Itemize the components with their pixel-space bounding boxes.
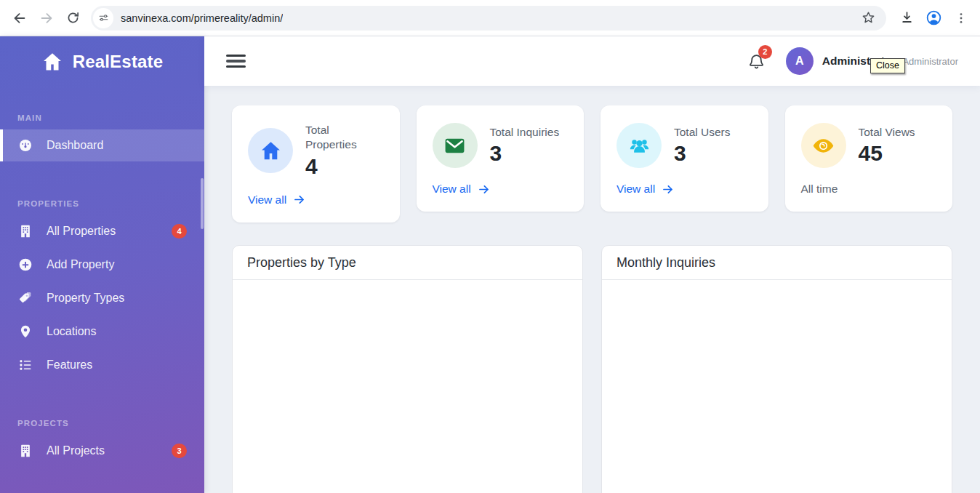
sidebar-item-locations[interactable]: Locations — [0, 316, 204, 348]
arrow-right-icon — [662, 183, 674, 196]
stat-card-total-views: Total Views45All time — [785, 105, 953, 212]
building-icon — [17, 444, 33, 458]
stat-info: Total Properties4 — [305, 123, 379, 179]
stat-card-total-inquiries: Total Inquiries3View all — [417, 105, 585, 212]
url-text[interactable]: sanvinexa.com/primereality/admin/ — [121, 12, 283, 24]
stat-top: Total Views45 — [801, 123, 937, 168]
stat-label: Total Properties — [305, 123, 379, 152]
dashboard-content: Total Properties4View allTotal Inquiries… — [204, 86, 980, 493]
browser-menu-icon[interactable] — [947, 4, 974, 31]
avatar[interactable]: A — [786, 47, 814, 75]
sidebar-scrollbar[interactable] — [201, 178, 204, 229]
count-badge: 4 — [172, 224, 187, 239]
stat-top: Total Properties4 — [248, 123, 384, 179]
stat-value: 3 — [674, 141, 731, 166]
sidebar-item-all-projects[interactable]: All Projects3 — [0, 435, 204, 467]
panel-title: Monthly Inquiries — [602, 246, 952, 280]
brand[interactable]: RealEstate — [0, 36, 204, 87]
properties-by-type-chart-area — [233, 280, 582, 493]
sidebar-menu: MAINDashboardPROPERTIESAll Properties4Ad… — [0, 113, 204, 467]
sidebar-item-label: Locations — [47, 325, 97, 338]
house-icon — [248, 128, 293, 173]
sidebar-section-label: PROPERTIES — [17, 199, 187, 208]
app-frame: RealEstate MAINDashboardPROPERTIESAll Pr… — [0, 36, 980, 493]
download-icon[interactable] — [893, 4, 920, 31]
panel-title: Properties by Type — [233, 246, 582, 280]
stat-top: Total Inquiries3 — [433, 123, 569, 168]
stat-value: 3 — [490, 141, 560, 166]
profile-icon[interactable] — [920, 4, 947, 31]
sidebar-item-add-property[interactable]: Add Property — [0, 249, 204, 281]
panel-monthly-inquiries: Monthly Inquiries — [601, 245, 952, 493]
app-header: 2 A Administrator Administrator — [204, 36, 980, 86]
sidebar-item-features[interactable]: Features — [0, 349, 204, 381]
view-all-label: View all — [433, 183, 471, 196]
main-area: 2 A Administrator Administrator Total Pr… — [204, 36, 980, 493]
brand-name: RealEstate — [73, 52, 164, 72]
monthly-inquiries-chart-area — [602, 280, 952, 493]
envelope-icon — [433, 123, 478, 168]
back-icon[interactable] — [6, 4, 33, 31]
sidebar-item-label: Dashboard — [47, 139, 103, 152]
plus-circle-icon — [17, 257, 33, 272]
sidebar-section-label: PROJECTS — [17, 419, 187, 428]
header-right: 2 A Administrator Administrator — [747, 47, 958, 75]
sidebar-item-label: Features — [47, 358, 92, 372]
sidebar-section-label: MAIN — [17, 113, 187, 122]
panels-row: Properties by Type Monthly Inquiries — [232, 245, 952, 493]
sidebar-section-projects: PROJECTSAll Projects3 — [0, 419, 204, 467]
count-badge: 3 — [172, 444, 187, 458]
stat-card-total-properties: Total Properties4View all — [232, 105, 400, 223]
brand-home-icon — [41, 51, 63, 73]
stat-label: Total Users — [674, 125, 731, 140]
stat-value: 4 — [305, 154, 379, 179]
stat-card-total-users: Total Users3View all — [601, 105, 768, 212]
users-icon — [616, 123, 662, 168]
stat-value: 45 — [859, 141, 915, 166]
refresh-icon[interactable] — [60, 4, 87, 31]
stats-row: Total Properties4View allTotal Inquiries… — [232, 105, 952, 223]
stat-label: Total Inquiries — [490, 125, 560, 140]
stat-top: Total Users3 — [616, 123, 752, 168]
view-all-link[interactable]: View all — [433, 183, 490, 196]
stat-info: Total Inquiries3 — [490, 125, 560, 167]
building-icon — [17, 224, 33, 239]
sidebar-section-main: MAINDashboard — [0, 113, 204, 161]
arrow-right-icon — [293, 193, 305, 206]
stat-label: Total Views — [859, 125, 915, 140]
gauge-icon — [17, 138, 33, 153]
sidebar-item-label: All Projects — [47, 444, 105, 457]
sidebar-section-properties: PROPERTIESAll Properties4Add PropertyPro… — [0, 199, 204, 381]
sidebar-item-property-types[interactable]: Property Types — [0, 282, 204, 314]
view-all-label: View all — [616, 183, 655, 196]
tags-icon — [17, 291, 33, 305]
browser-toolbar: sanvinexa.com/primereality/admin/ — [0, 0, 980, 36]
map-pin-icon — [17, 324, 33, 339]
sidebar-item-dashboard[interactable]: Dashboard — [0, 129, 204, 161]
eye-icon — [801, 123, 846, 168]
sidebar-item-label: Add Property — [47, 258, 114, 271]
hamburger-menu-icon[interactable] — [226, 52, 246, 71]
notifications-bell-icon[interactable]: 2 — [747, 52, 766, 71]
list-icon — [17, 358, 33, 372]
panel-properties-by-type: Properties by Type — [232, 245, 583, 493]
sidebar-item-label: All Properties — [47, 225, 116, 238]
view-all-link[interactable]: View all — [248, 193, 305, 207]
tooltip: Close — [870, 58, 905, 73]
view-all-label: View all — [248, 193, 286, 207]
stat-info: Total Users3 — [674, 125, 731, 167]
sidebar-item-all-properties[interactable]: All Properties4 — [0, 215, 204, 247]
address-bar[interactable]: sanvinexa.com/primereality/admin/ — [91, 6, 886, 31]
bookmark-star-icon[interactable] — [858, 7, 879, 28]
view-all-link[interactable]: View all — [616, 183, 674, 196]
forward-icon[interactable] — [33, 4, 60, 31]
sidebar: RealEstate MAINDashboardPROPERTIESAll Pr… — [0, 36, 204, 493]
stat-footer: All time — [801, 183, 937, 196]
arrow-right-icon — [478, 183, 490, 196]
sidebar-item-label: Property Types — [47, 292, 124, 305]
site-info-icon[interactable] — [93, 8, 113, 28]
notification-count-badge: 2 — [758, 45, 772, 59]
user-role: Administrator — [902, 56, 958, 67]
stat-info: Total Views45 — [859, 125, 915, 167]
